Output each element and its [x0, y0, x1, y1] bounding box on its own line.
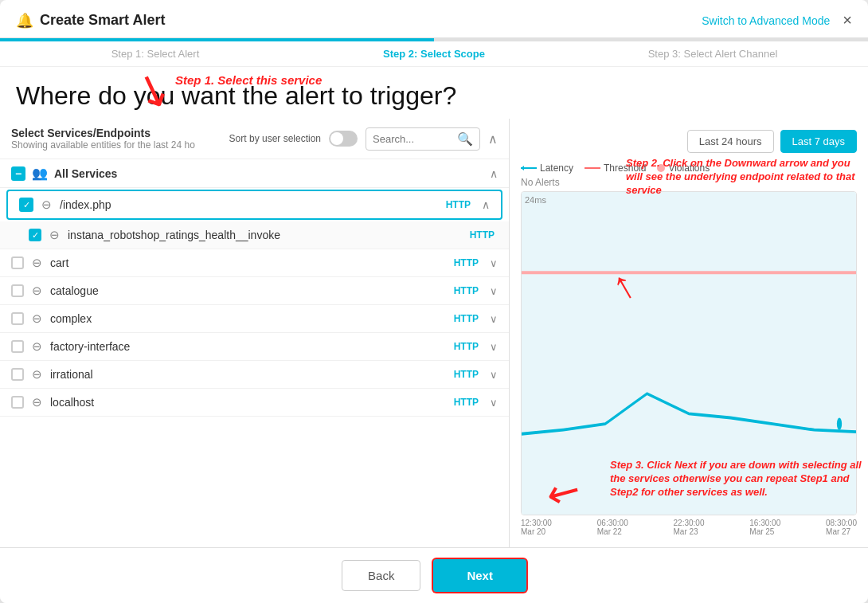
x-label-0: 12:30:00 Mar 20 [521, 519, 552, 536]
modal-title: 🔔 Create Smart Alert [16, 12, 165, 29]
time-buttons: Last 24 hours Last 7 days [521, 130, 857, 153]
all-services-checkbox[interactable]: − [11, 166, 25, 181]
all-services-row: − 👥 All Services ∧ [0, 159, 509, 188]
step-1: Step 1: Select Alert [16, 48, 295, 60]
chart-area: 24ms [521, 191, 857, 515]
service-checkbox-4[interactable] [11, 340, 24, 353]
service-name-1: cart [50, 256, 446, 269]
service-chevron-1[interactable]: ∨ [490, 257, 498, 269]
service-badge-5: HTTP [454, 369, 479, 380]
service-chevron-0[interactable]: ∧ [482, 198, 490, 211]
search-input[interactable] [373, 133, 452, 145]
panel-header-left: Select Services/Endpoints Showing availa… [11, 127, 195, 151]
panel-header: Select Services/Endpoints Showing availa… [0, 119, 509, 159]
table-row[interactable]: ⊖ complex HTTP ∨ [0, 305, 509, 333]
x-label-4: 08:30:00 Mar 27 [826, 519, 857, 536]
service-chevron-4[interactable]: ∨ [490, 341, 498, 353]
service-badge-1: HTTP [454, 257, 479, 268]
legend-threshold: Threshold [585, 162, 646, 174]
bell-icon: 🔔 [16, 12, 33, 29]
steps-row: Step 1: Select Alert Step 2: Select Scop… [0, 41, 868, 67]
service-chevron-2[interactable]: ∨ [490, 285, 498, 297]
svg-marker-1 [521, 166, 524, 170]
svg-rect-2 [522, 192, 856, 515]
sort-label: Sort by user selection [229, 133, 321, 144]
service-icon-4: ⊖ [32, 339, 42, 354]
right-panel: Last 24 hours Last 7 days Latency Thresh… [510, 119, 868, 547]
chart-y-label: 24ms [525, 195, 546, 205]
service-name-2: catalogue [50, 284, 446, 297]
table-row[interactable]: ⊖ catalogue HTTP ∨ [0, 277, 509, 305]
collapse-button[interactable]: ∧ [488, 131, 498, 147]
main-content: Select Services/Endpoints Showing availa… [0, 119, 868, 547]
service-name-0: /index.php [60, 198, 438, 211]
service-icon-3: ⊖ [32, 311, 42, 326]
step-2: Step 2: Select Scope [295, 48, 573, 60]
close-icon[interactable]: × [843, 11, 852, 29]
service-icon-6: ⊖ [32, 395, 42, 409]
chart-legend: Latency Threshold Violations [521, 162, 857, 174]
service-icon-sub: ⊖ [49, 228, 60, 242]
chart-svg [522, 192, 856, 515]
service-badge-sub: HTTP [470, 229, 495, 241]
service-checkbox-sub[interactable]: ✓ [29, 229, 41, 241]
last-24h-button[interactable]: Last 24 hours [687, 130, 774, 153]
page-title: Where do you want the alert to trigger? [0, 67, 868, 119]
service-chevron-5[interactable]: ∨ [490, 369, 498, 381]
service-icon-5: ⊖ [32, 367, 42, 382]
sort-toggle[interactable] [329, 131, 358, 147]
service-list: ✓ ⊖ /index.php HTTP ∧ ✓ ⊖ instana_robots… [0, 188, 509, 547]
service-icon-1: ⊖ [32, 256, 42, 270]
table-row[interactable]: ⊖ cart HTTP ∨ [0, 249, 509, 277]
panel-header-right: Sort by user selection 🔍 ∧ [229, 127, 498, 151]
service-name-3: complex [50, 312, 446, 325]
service-chevron-3[interactable]: ∨ [490, 313, 498, 325]
header-right: Switch to Advanced Mode × [702, 11, 852, 29]
table-row[interactable]: ⊖ factory-interface HTTP ∨ [0, 333, 509, 361]
service-checkbox-5[interactable] [11, 368, 24, 381]
service-checkbox-3[interactable] [11, 312, 24, 325]
service-icon-2: ⊖ [32, 284, 42, 298]
create-smart-alert-modal: 🔔 Create Smart Alert Switch to Advanced … [0, 0, 868, 603]
toggle-knob [330, 132, 343, 145]
service-badge-3: HTTP [454, 313, 479, 324]
step-3: Step 3: Select Alert Channel [573, 48, 852, 60]
all-services-label: All Services [54, 167, 483, 180]
search-icon: 🔍 [457, 131, 473, 147]
x-label-3: 16:30:00 Mar 25 [749, 519, 780, 536]
table-row[interactable]: ✓ ⊖ instana_robotshop_ratings_health__in… [0, 221, 509, 249]
last-7d-button[interactable]: Last 7 days [780, 130, 858, 153]
table-row[interactable]: ⊖ irrational HTTP ∨ [0, 361, 509, 389]
no-alerts: No Alerts [521, 177, 857, 188]
service-chevron-6[interactable]: ∨ [490, 397, 498, 409]
service-checkbox-2[interactable] [11, 284, 24, 297]
modal-header: 🔔 Create Smart Alert Switch to Advanced … [0, 0, 868, 38]
advanced-mode-link[interactable]: Switch to Advanced Mode [702, 14, 830, 27]
service-badge-6: HTTP [454, 397, 479, 408]
panel-subtitle: Showing available entities for the last … [11, 139, 195, 151]
service-checkbox-0[interactable]: ✓ [19, 198, 33, 212]
back-button[interactable]: Back [342, 560, 420, 591]
legend-violations-label: Violations [668, 162, 710, 174]
legend-latency: Latency [521, 162, 573, 174]
svg-point-4 [837, 418, 842, 430]
service-name-6: localhost [50, 396, 446, 409]
next-button[interactable]: Next [433, 559, 526, 592]
service-badge-4: HTTP [454, 341, 479, 352]
all-services-chevron[interactable]: ∧ [490, 167, 498, 180]
chart-x-labels: 12:30:00 Mar 20 06:30:00 Mar 22 22:30:00… [521, 515, 857, 536]
service-badge-0: HTTP [446, 199, 471, 210]
service-name-4: factory-interface [50, 340, 446, 353]
all-services-icon: 👥 [32, 166, 48, 181]
legend-threshold-label: Threshold [604, 162, 646, 174]
service-checkbox-6[interactable] [11, 396, 24, 409]
table-row[interactable]: ✓ ⊖ /index.php HTTP ∧ [6, 190, 502, 220]
service-checkbox-1[interactable] [11, 256, 24, 269]
x-label-1: 06:30:00 Mar 22 [597, 519, 628, 536]
panel-title: Select Services/Endpoints [11, 127, 195, 139]
table-row[interactable]: ⊖ localhost HTTP ∨ [0, 389, 509, 417]
x-label-2: 22:30:00 Mar 23 [674, 519, 705, 536]
service-badge-2: HTTP [454, 285, 479, 296]
search-box: 🔍 [366, 127, 480, 151]
legend-violations: Violations [657, 162, 710, 174]
